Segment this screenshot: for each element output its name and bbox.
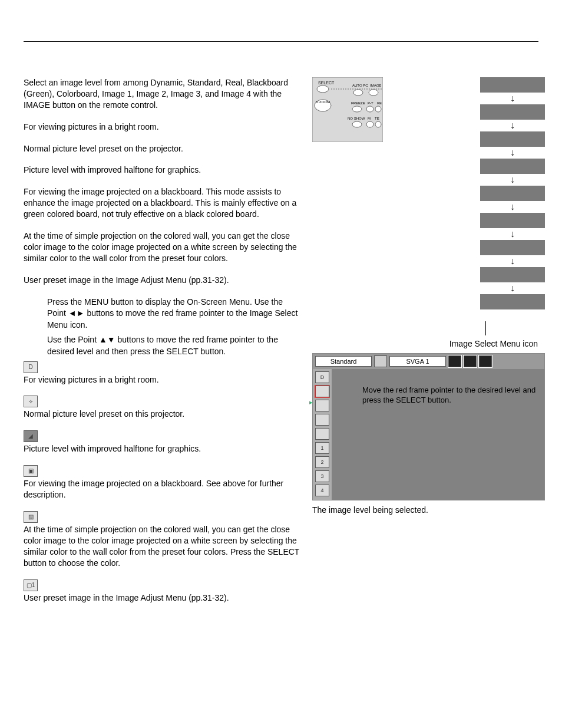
onscreen-menu-figure: Standard SVGA 1 ▸ D 1 2 3: [312, 353, 545, 500]
flow-box: [480, 213, 545, 228]
svg-point-13: [366, 106, 373, 112]
flow-arrow-icon: ↓: [480, 120, 545, 131]
flow-box: [480, 186, 545, 201]
remote-svg-icon: SELECT AUTO PC IMAGE D.ZOOM FREEZE P-T K…: [312, 77, 383, 142]
menu-top-icon: [464, 355, 477, 367]
menu-top-icon: [374, 355, 387, 367]
flow-arrow-icon: ↓: [480, 228, 545, 240]
intro-paragraph: Select an image level from among Dynamic…: [24, 77, 300, 111]
menu-item-image1: 1: [315, 442, 329, 454]
flow-arrow-icon: ↓: [480, 147, 545, 159]
left-column: Select an image level from among Dynamic…: [24, 77, 300, 614]
menu-item-colorboard: [315, 428, 329, 440]
mode-real-remote-desc: Picture level with improved halftone for…: [24, 164, 300, 176]
flow-arrow-icon: ↓: [480, 255, 545, 267]
image-mode-flow: ↓ ↓ ↓ ↓ ↓ ↓ ↓ ↓: [394, 77, 545, 309]
flow-arrow-icon: ↓: [480, 201, 545, 213]
menu-item-real: [315, 400, 329, 411]
menu-body-text: Move the red frame pointer to the desire…: [333, 369, 544, 411]
mode-colorboard-remote-desc: At the time of simple projection on the …: [24, 230, 300, 264]
flow-arrow-icon: ↓: [480, 174, 545, 186]
mode-image14-menu-desc: User preset image in the Image Adjust Me…: [24, 592, 300, 604]
mode-blackboard-remote-desc: For viewing the image projected on a bla…: [24, 186, 300, 220]
svg-point-12: [352, 106, 362, 112]
svg-point-18: [352, 121, 362, 127]
remote-label-select: SELECT: [318, 81, 335, 85]
step-1-text: Press the MENU button to display the On-…: [47, 297, 297, 330]
mode-dynamic-menu-desc: For viewing pictures in a bright room.: [24, 374, 300, 386]
step-2-text: Use the Point ▲▼ buttons to move the red…: [47, 335, 278, 356]
mode-dynamic-remote-desc: For viewing pictures in a bright room.: [24, 121, 300, 133]
right-column: SELECT AUTO PC IMAGE D.ZOOM FREEZE P-T K…: [312, 77, 545, 614]
standard-icon: ⟡: [24, 396, 38, 407]
svg-point-5: [353, 90, 363, 95]
mode-blackboard-menu-desc: For viewing the image projected on a bla…: [24, 478, 300, 500]
mode-standard-menu-desc: Normal picture level preset on this proj…: [24, 409, 300, 420]
menu-current-mode: Standard: [315, 356, 372, 367]
page-top-rule: [24, 41, 538, 42]
menu-topbar: Standard SVGA 1: [313, 354, 544, 369]
svg-point-1: [317, 85, 329, 93]
flow-box: [480, 294, 545, 309]
flow-box: [480, 240, 545, 255]
svg-text:M: M: [368, 117, 371, 120]
menu-left-column: ▸ D 1 2 3 4: [313, 369, 332, 500]
menu-item-blackboard: [315, 414, 329, 426]
menu-item-image4: 4: [315, 485, 329, 496]
svg-point-14: [375, 106, 381, 112]
svg-point-20: [375, 121, 381, 127]
svg-text:D.ZOOM: D.ZOOM: [316, 100, 330, 104]
svg-text:FREEZE: FREEZE: [351, 101, 365, 105]
menu-item-standard: [315, 386, 329, 397]
real-icon: ◢: [24, 430, 38, 442]
flow-arrow-icon: ↓: [480, 282, 545, 294]
image-select-menu-icon-label: Image Select Menu icon: [312, 339, 538, 348]
menu-select-marker-icon: ▸: [309, 398, 313, 406]
flow-box: [480, 131, 545, 147]
mode-standard-remote-desc: Normal picture level preset on the proje…: [24, 143, 300, 154]
svg-text:KE: KE: [377, 101, 382, 105]
svg-text:P-T: P-T: [368, 101, 373, 105]
menu-item-dynamic: D: [315, 371, 329, 383]
mode-real-menu-desc: Picture level with improved halftone for…: [24, 443, 300, 454]
svg-point-19: [366, 121, 373, 127]
blackboard-icon: ▣: [24, 465, 38, 477]
svg-text:TE: TE: [375, 117, 379, 120]
dynamic-icon: D: [24, 361, 38, 373]
svg-point-6: [369, 90, 378, 95]
flow-box: [480, 267, 545, 282]
step-1: Press the MENU button to display the On-…: [24, 297, 300, 331]
flow-box: [480, 77, 545, 93]
mode-image14-remote-desc: User preset image in the Image Adjust Me…: [24, 275, 300, 286]
flow-box: [480, 104, 545, 120]
leader-line-icon: [485, 321, 486, 335]
svg-text:NO SHOW: NO SHOW: [348, 117, 365, 120]
remote-graphic: SELECT AUTO PC IMAGE D.ZOOM FREEZE P-T K…: [312, 77, 383, 309]
svg-text:AUTO PC: AUTO PC: [352, 84, 368, 87]
selected-caption: The image level being selected.: [312, 505, 545, 515]
menu-item-image2: 2: [315, 456, 329, 468]
colorboard-icon: ▧: [24, 511, 38, 523]
menu-item-image3: 3: [315, 470, 329, 482]
move-pointer-text: Move the red frame pointer to the desire…: [362, 386, 535, 404]
step-2: Use the Point ▲▼ buttons to move the red…: [24, 334, 300, 357]
menu-top-icon-selected: [448, 355, 461, 367]
image1-icon: ▢1: [24, 579, 38, 591]
flow-arrow-icon: ↓: [480, 93, 545, 104]
menu-signal: SVGA 1: [389, 356, 446, 367]
mode-colorboard-menu-desc: At the time of simple projection on the …: [24, 524, 300, 569]
svg-text:IMAGE: IMAGE: [370, 84, 381, 87]
flow-box: [480, 159, 545, 174]
menu-top-icon: [479, 355, 492, 367]
